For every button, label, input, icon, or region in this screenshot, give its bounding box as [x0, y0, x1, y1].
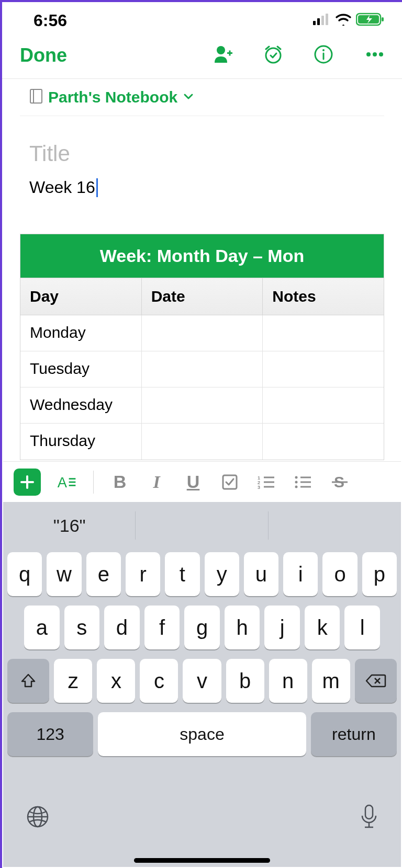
svg-rect-9: [229, 51, 231, 56]
key-q[interactable]: q: [7, 552, 42, 596]
toolbar-divider: [93, 471, 94, 494]
table-row[interactable]: Monday: [20, 315, 384, 351]
numbers-key[interactable]: 123: [7, 712, 93, 756]
editor-area[interactable]: Title Week 16 Week: Month Day – Mon Day …: [2, 116, 402, 460]
text-style-button[interactable]: A: [57, 473, 77, 491]
suggestion-empty[interactable]: [269, 502, 401, 549]
key-t[interactable]: t: [165, 552, 199, 596]
key-h[interactable]: h: [225, 606, 260, 649]
keyboard: "16" q w e r t y u i o p a s d f g h j k…: [3, 502, 401, 867]
key-v[interactable]: v: [183, 659, 221, 703]
italic-button[interactable]: I: [146, 472, 167, 492]
key-g[interactable]: g: [184, 606, 220, 649]
cell-date[interactable]: [142, 424, 263, 460]
cell-date[interactable]: [142, 315, 263, 351]
key-i[interactable]: i: [283, 552, 318, 596]
svg-rect-0: [313, 21, 316, 25]
cell-date[interactable]: [142, 387, 263, 423]
key-d[interactable]: d: [104, 606, 140, 649]
add-button[interactable]: [14, 469, 41, 496]
cell-notes[interactable]: [263, 351, 384, 387]
status-icons: [313, 13, 384, 28]
key-l[interactable]: l: [344, 606, 380, 649]
info-icon[interactable]: [313, 44, 334, 67]
suggestion-bar: "16": [3, 502, 401, 549]
col-date: Date: [142, 278, 263, 315]
col-day: Day: [20, 278, 142, 315]
table-header-row: Day Date Notes: [20, 278, 384, 315]
backspace-key[interactable]: [355, 659, 397, 703]
underline-button[interactable]: U: [183, 472, 204, 492]
chevron-down-icon: [183, 90, 194, 104]
table-row[interactable]: Tuesday: [20, 351, 384, 387]
col-notes: Notes: [263, 278, 384, 315]
bullet-list-button[interactable]: [293, 474, 314, 490]
key-b[interactable]: b: [226, 659, 264, 703]
key-a[interactable]: a: [24, 606, 60, 649]
suggestion[interactable]: "16": [3, 502, 136, 549]
cell-day[interactable]: Tuesday: [20, 351, 142, 387]
key-p[interactable]: p: [362, 552, 397, 596]
key-j[interactable]: j: [264, 606, 300, 649]
cell-date[interactable]: [142, 351, 263, 387]
note-body-text[interactable]: Week 16: [29, 178, 98, 197]
cell-day[interactable]: Thursday: [20, 424, 142, 460]
cell-day[interactable]: Monday: [20, 315, 142, 351]
table-title: Week: Month Day – Mon: [20, 234, 384, 278]
key-z[interactable]: z: [54, 659, 92, 703]
notebook-selector[interactable]: Parth's Notebook: [20, 79, 384, 116]
share-person-icon[interactable]: [213, 44, 233, 67]
key-r[interactable]: r: [126, 552, 160, 596]
more-icon[interactable]: [363, 44, 386, 67]
svg-rect-1: [317, 18, 320, 25]
key-o[interactable]: o: [322, 552, 357, 596]
svg-rect-6: [382, 17, 384, 21]
key-m[interactable]: m: [312, 659, 350, 703]
key-row-1: q w e r t y u i o p: [7, 552, 397, 596]
svg-point-34: [295, 485, 298, 488]
svg-rect-45: [365, 805, 373, 819]
key-c[interactable]: c: [140, 659, 178, 703]
cell-notes[interactable]: [263, 387, 384, 423]
notebook-name: Parth's Notebook: [48, 88, 177, 106]
key-x[interactable]: x: [97, 659, 135, 703]
svg-rect-3: [326, 14, 328, 25]
reminder-icon[interactable]: [263, 44, 284, 67]
key-y[interactable]: y: [205, 552, 239, 596]
key-k[interactable]: k: [305, 606, 340, 649]
week-table[interactable]: Week: Month Day – Mon Day Date Notes Mon…: [20, 234, 384, 460]
checkbox-button[interactable]: [219, 474, 240, 490]
svg-point-10: [266, 48, 281, 63]
microphone-icon[interactable]: [359, 803, 379, 832]
svg-point-32: [295, 476, 298, 478]
key-e[interactable]: e: [86, 552, 121, 596]
bold-button[interactable]: B: [109, 472, 130, 492]
cell-notes[interactable]: [263, 315, 384, 351]
space-key[interactable]: space: [98, 712, 306, 756]
globe-icon[interactable]: [25, 804, 50, 831]
key-u[interactable]: u: [244, 552, 278, 596]
key-n[interactable]: n: [269, 659, 307, 703]
table-row[interactable]: Thursday: [20, 424, 384, 460]
table-row[interactable]: Wednesday: [20, 387, 384, 424]
cell-day[interactable]: Wednesday: [20, 387, 142, 423]
home-indicator[interactable]: [134, 858, 270, 863]
key-w[interactable]: w: [47, 552, 81, 596]
done-button[interactable]: Done: [20, 44, 67, 66]
key-f[interactable]: f: [144, 606, 180, 649]
svg-point-12: [322, 49, 325, 51]
shift-key[interactable]: [7, 659, 49, 703]
key-s[interactable]: s: [64, 606, 100, 649]
nav-header: Done: [2, 33, 402, 79]
battery-charging-icon: [356, 13, 384, 28]
nav-actions: [213, 44, 386, 67]
strikethrough-button[interactable]: S: [329, 473, 350, 491]
suggestion-empty[interactable]: [136, 502, 268, 549]
text-cursor: [96, 178, 98, 197]
svg-rect-25: [223, 475, 237, 489]
title-input[interactable]: Title: [29, 141, 384, 166]
numbered-list-button[interactable]: 1 2 3: [256, 474, 277, 490]
cell-notes[interactable]: [263, 424, 384, 460]
return-key[interactable]: return: [311, 712, 397, 756]
svg-point-14: [366, 52, 371, 56]
